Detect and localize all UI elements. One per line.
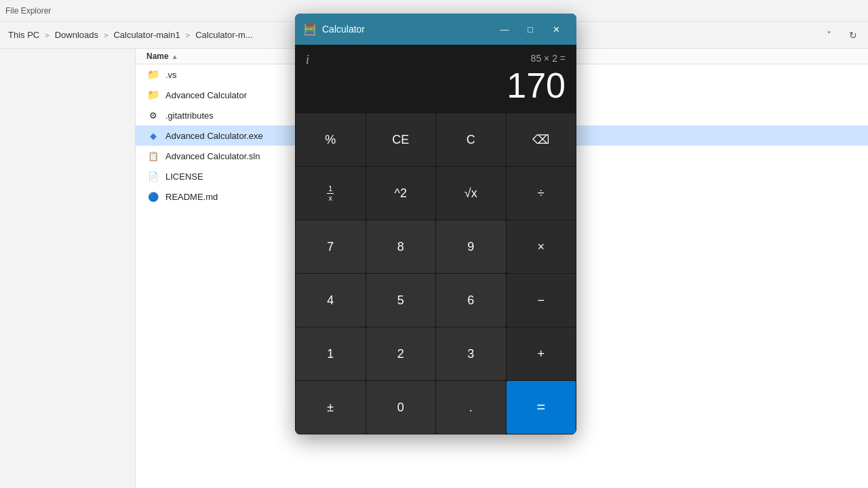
reciprocal-button[interactable]: 1 x [296,167,366,220]
folder-icon-vs: 📁 [146,68,160,81]
eight-button[interactable]: 8 [366,220,436,273]
breadcrumb-calculator-m[interactable]: Calculator-m... [193,28,256,41]
breadcrumb-calculator-main1[interactable]: Calculator-main1 [111,28,182,41]
calc-title: Calculator [322,24,492,35]
four-button[interactable]: 4 [296,274,366,327]
five-button[interactable]: 5 [366,274,436,327]
toolbar-right: ˅ ↻ [819,26,863,45]
close-button[interactable]: ✕ [544,18,568,40]
calc-titlebar: 🧮 Calculator — □ ✕ [295,14,576,45]
one-button[interactable]: 1 [296,327,366,380]
calculator-window: 🧮 Calculator — □ ✕ i 85 × 2 = 170 % CE C… [295,14,576,434]
zero-button[interactable]: 0 [366,381,436,434]
clear-button[interactable]: C [436,113,506,166]
seven-button[interactable]: 7 [296,220,366,273]
settings-icon-git: ⚙ [146,108,160,122]
plus-button[interactable]: + [507,327,576,380]
calc-buttons-grid: % CE C ⌫ 1 x ^2 √x ÷ 7 8 9 × 4 5 6 − 1 2… [295,113,576,434]
negate-button[interactable]: ± [296,381,366,434]
calc-expression: 85 × 2 = [306,53,566,64]
square-button[interactable]: ^2 [366,167,436,220]
sort-icon: ▲ [172,53,178,60]
md-icon: 🔵 [146,190,160,203]
calc-result: 170 [306,66,566,105]
calc-app-icon: 🧮 [303,23,317,36]
maximize-button[interactable]: □ [518,18,542,40]
two-button[interactable]: 2 [366,327,436,380]
breadcrumb-sep-1: > [45,31,49,39]
explorer-title-text: File Explorer [5,6,51,16]
folder-icon-advanced: 📁 [146,88,160,102]
backspace-button[interactable]: ⌫ [507,113,576,166]
calc-window-controls: — □ ✕ [492,18,568,40]
explorer-sidebar [0,49,136,488]
sln-icon: 📋 [146,149,160,163]
info-icon: i [306,53,309,67]
breadcrumb-downloads[interactable]: Downloads [52,28,101,41]
breadcrumb: This PC > Downloads > Calculator-main1 >… [5,28,256,41]
minimize-button[interactable]: — [492,18,517,40]
sqrt-button[interactable]: √x [436,167,506,220]
breadcrumb-sep-2: > [104,31,108,39]
calc-display: i 85 × 2 = 170 [295,45,576,113]
minus-button[interactable]: − [507,274,576,327]
three-button[interactable]: 3 [436,327,506,380]
file-icon-license: 📄 [146,169,160,183]
clear-entry-button[interactable]: CE [366,113,436,166]
equals-button[interactable]: = [507,381,576,434]
refresh-btn[interactable]: ↻ [844,26,863,45]
percent-button[interactable]: % [296,113,366,166]
exe-icon: ◆ [146,129,160,142]
breadcrumb-sep-3: > [186,31,190,39]
decimal-button[interactable]: . [436,381,506,434]
chevron-down-btn[interactable]: ˅ [819,26,838,45]
nine-button[interactable]: 9 [436,220,506,273]
multiply-button[interactable]: × [507,220,576,273]
six-button[interactable]: 6 [436,274,506,327]
breadcrumb-this-pc[interactable]: This PC [5,28,42,41]
divide-button[interactable]: ÷ [507,167,576,220]
